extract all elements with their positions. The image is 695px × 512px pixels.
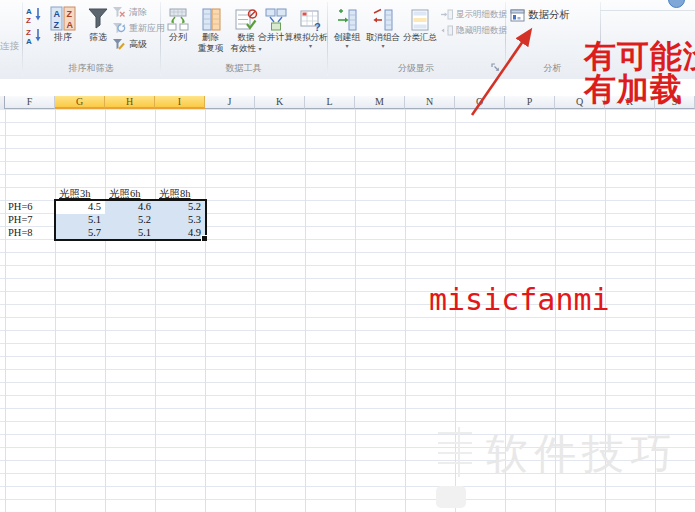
advanced-filter-label: 高级 bbox=[129, 38, 147, 51]
table-cell[interactable]: 5.2 bbox=[155, 201, 205, 214]
sort-az-icon: A Z bbox=[25, 5, 43, 24]
data-validation-label-2: 有效性 ▾ bbox=[231, 43, 262, 54]
text-to-columns-button[interactable]: 分列 bbox=[163, 3, 193, 63]
sort-label: 排序 bbox=[54, 32, 72, 43]
row-label-cell[interactable]: PH=8 bbox=[5, 226, 56, 239]
gray-watermark-text: 软件技巧 bbox=[486, 429, 678, 479]
remove-duplicates-label-2: 重复项 bbox=[198, 43, 224, 54]
ungroup-icon bbox=[372, 3, 394, 32]
watermark-logo-bar bbox=[438, 452, 472, 454]
excel-window: 连接 A Z Z A A Z bbox=[0, 0, 695, 512]
ungroup-label: 取消组合 bbox=[366, 32, 400, 43]
row-label-cell[interactable]: PH=7 bbox=[5, 213, 56, 226]
ungroup-button[interactable]: 取消组合 ▾ bbox=[365, 3, 401, 63]
svg-text:Z: Z bbox=[26, 28, 31, 37]
column-header-J[interactable]: J bbox=[205, 96, 255, 109]
clear-filter-label: 清除 bbox=[129, 6, 147, 19]
data-validation-icon bbox=[234, 3, 258, 32]
data-validation-label-1: 数据 bbox=[238, 32, 255, 43]
table-cell[interactable]: 4.9 bbox=[155, 227, 205, 240]
subtotal-button[interactable]: 分类汇总 bbox=[402, 3, 438, 63]
reapply-filter-button[interactable]: 重新应用 bbox=[112, 21, 165, 36]
consolidate-label: 合并计算 bbox=[258, 32, 294, 43]
row-label-cell[interactable]: PH=6 bbox=[5, 200, 56, 213]
column-header-M[interactable]: M bbox=[355, 96, 405, 109]
filter-funnel-icon bbox=[86, 3, 110, 32]
column-header-H[interactable]: H bbox=[105, 96, 155, 109]
table-cell[interactable]: 5.1 bbox=[56, 214, 105, 227]
create-group-button[interactable]: 创建组 ▾ bbox=[330, 3, 364, 63]
watermark-logo-bar bbox=[438, 462, 472, 464]
table-cell[interactable]: 5.3 bbox=[155, 214, 205, 227]
advanced-filter-icon bbox=[112, 38, 126, 51]
svg-text:Z: Z bbox=[54, 20, 60, 30]
svg-text:Z: Z bbox=[67, 9, 73, 19]
remove-duplicates-label-1: 删除 bbox=[202, 32, 219, 43]
column-header-G[interactable]: G bbox=[55, 96, 105, 109]
svg-text:A: A bbox=[26, 37, 32, 45]
consolidate-icon bbox=[264, 3, 288, 32]
column-header-N[interactable]: N bbox=[405, 96, 455, 109]
create-group-icon bbox=[336, 3, 358, 32]
svg-text:?: ? bbox=[314, 21, 321, 32]
sort-filter-group-label: 排序和筛选 bbox=[22, 63, 160, 73]
sort-descending-button[interactable]: Z A bbox=[25, 28, 43, 43]
column-header-I[interactable]: I bbox=[155, 96, 205, 109]
svg-text:Z: Z bbox=[26, 16, 31, 24]
remove-duplicates-icon bbox=[200, 3, 222, 32]
clear-filter-icon bbox=[112, 6, 126, 19]
text-to-columns-label: 分列 bbox=[169, 32, 187, 43]
table-cell[interactable]: 5.1 bbox=[105, 227, 155, 240]
dropdown-arrow-icon: ▾ bbox=[345, 43, 348, 50]
watermark-logo-bar bbox=[438, 442, 472, 444]
help-button[interactable] bbox=[668, 0, 685, 8]
consolidate-button[interactable]: 合并计算 bbox=[258, 3, 293, 63]
reapply-filter-label: 重新应用 bbox=[129, 22, 165, 35]
fill-handle[interactable] bbox=[201, 235, 207, 241]
sort-button[interactable]: A Z Z A 排序 bbox=[46, 3, 80, 63]
table-cell[interactable]: 4.6 bbox=[105, 201, 155, 214]
table-cell[interactable]: 5.2 bbox=[105, 214, 155, 227]
sort-dialog-icon: A Z Z A bbox=[50, 3, 76, 32]
watermark-logo-bar bbox=[438, 432, 472, 434]
dropdown-arrow-icon: ▾ bbox=[381, 43, 384, 50]
create-group-label: 创建组 bbox=[334, 32, 361, 43]
svg-text:A: A bbox=[67, 20, 74, 30]
advanced-filter-button[interactable]: 高级 bbox=[112, 37, 147, 52]
watermark-logo-square bbox=[436, 486, 466, 508]
red-note-text: 有可能没 有加载 bbox=[584, 40, 695, 106]
sort-ascending-button[interactable]: A Z bbox=[25, 7, 43, 22]
subtotal-label: 分类汇总 bbox=[403, 32, 437, 43]
column-header-K[interactable]: K bbox=[255, 96, 305, 109]
data-tools-group-label: 数据工具 bbox=[160, 63, 327, 73]
what-if-analysis-button[interactable]: ? 模拟分析 ▾ bbox=[294, 3, 327, 63]
what-if-analysis-label: 模拟分析 bbox=[294, 32, 328, 43]
what-if-analysis-icon: ? bbox=[299, 3, 323, 32]
subtotal-icon bbox=[409, 3, 431, 32]
dropdown-arrow-icon: ▾ bbox=[309, 43, 312, 50]
red-watermark-text: misicfanmi bbox=[429, 283, 610, 317]
filter-button[interactable]: 筛选 bbox=[82, 3, 114, 63]
remove-duplicates-button[interactable]: 删除 重复项 bbox=[194, 3, 227, 63]
svg-text:A: A bbox=[54, 9, 61, 19]
ribbon-edge-line bbox=[600, 10, 695, 11]
column-header-F[interactable]: F bbox=[5, 96, 55, 109]
table-cell[interactable]: 5.7 bbox=[56, 227, 105, 240]
reapply-filter-icon bbox=[112, 22, 126, 35]
text-to-columns-icon bbox=[166, 3, 190, 32]
svg-text:A: A bbox=[26, 7, 32, 16]
filter-label: 筛选 bbox=[89, 32, 107, 43]
connections-group-partial-label: 连接 bbox=[0, 40, 19, 53]
selected-range[interactable]: 4.5 4.6 5.2 5.1 5.2 5.3 5.7 5.1 4.9 bbox=[54, 199, 207, 241]
sort-za-icon: Z A bbox=[25, 26, 43, 45]
column-header-L[interactable]: L bbox=[305, 96, 355, 109]
active-cell[interactable]: 4.5 bbox=[56, 201, 105, 214]
clear-filter-button[interactable]: 清除 bbox=[112, 5, 147, 20]
red-arrow-annotation bbox=[450, 18, 545, 126]
